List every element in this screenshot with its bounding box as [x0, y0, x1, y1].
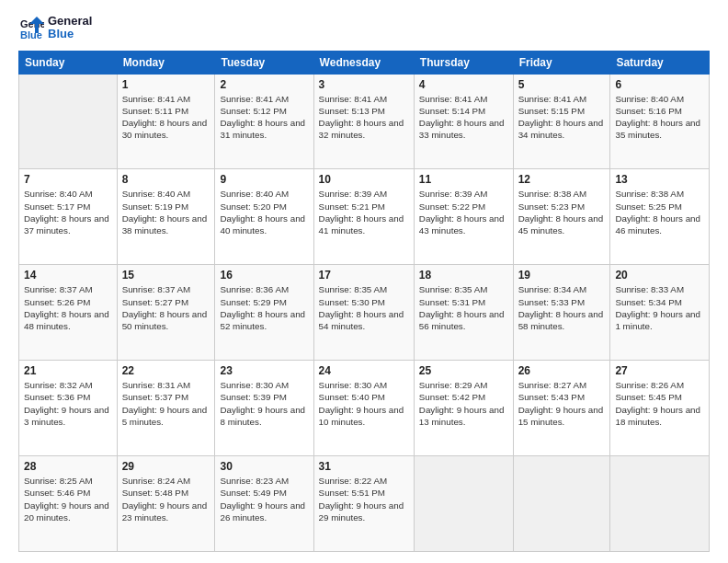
logo-icon: General Blue: [18, 15, 44, 40]
calendar-cell: 20Sunrise: 8:33 AM Sunset: 5:34 PM Dayli…: [610, 265, 710, 361]
day-detail: Sunrise: 8:39 AM Sunset: 5:22 PM Dayligh…: [419, 188, 508, 236]
day-header-friday: Friday: [513, 51, 610, 74]
calendar-header-row: SundayMondayTuesdayWednesdayThursdayFrid…: [19, 51, 710, 74]
day-detail: Sunrise: 8:38 AM Sunset: 5:25 PM Dayligh…: [615, 188, 704, 236]
day-detail: Sunrise: 8:41 AM Sunset: 5:11 PM Dayligh…: [122, 93, 210, 142]
calendar-cell: 10Sunrise: 8:39 AM Sunset: 5:21 PM Dayli…: [313, 169, 414, 265]
calendar-cell: 28Sunrise: 8:25 AM Sunset: 5:46 PM Dayli…: [19, 456, 118, 552]
calendar-cell: 15Sunrise: 8:37 AM Sunset: 5:27 PM Dayli…: [117, 265, 215, 361]
day-number: 11: [419, 173, 508, 186]
calendar-cell: 19Sunrise: 8:34 AM Sunset: 5:33 PM Dayli…: [513, 265, 610, 361]
day-number: 27: [615, 364, 704, 377]
day-number: 8: [122, 173, 210, 186]
day-header-saturday: Saturday: [610, 51, 710, 74]
calendar-cell: 6Sunrise: 8:40 AM Sunset: 5:16 PM Daylig…: [610, 74, 710, 169]
day-detail: Sunrise: 8:33 AM Sunset: 5:34 PM Dayligh…: [615, 283, 704, 332]
calendar-cell: 30Sunrise: 8:23 AM Sunset: 5:49 PM Dayli…: [215, 456, 313, 552]
calendar-cell: 9Sunrise: 8:40 AM Sunset: 5:20 PM Daylig…: [215, 169, 313, 265]
calendar-week-1: 1Sunrise: 8:41 AM Sunset: 5:11 PM Daylig…: [19, 74, 710, 169]
calendar-cell: 22Sunrise: 8:31 AM Sunset: 5:37 PM Dayli…: [117, 361, 215, 456]
calendar-cell: 11Sunrise: 8:39 AM Sunset: 5:22 PM Dayli…: [414, 169, 513, 265]
day-number: 1: [122, 78, 210, 91]
calendar-week-4: 21Sunrise: 8:32 AM Sunset: 5:36 PM Dayli…: [19, 361, 710, 456]
day-number: 6: [615, 78, 704, 91]
day-number: 23: [220, 364, 308, 377]
day-number: 16: [220, 269, 308, 282]
day-detail: Sunrise: 8:25 AM Sunset: 5:46 PM Dayligh…: [24, 475, 112, 523]
calendar-cell: 24Sunrise: 8:30 AM Sunset: 5:40 PM Dayli…: [313, 361, 414, 456]
page-header: General Blue General Blue: [18, 15, 710, 41]
day-header-thursday: Thursday: [414, 51, 513, 74]
day-detail: Sunrise: 8:40 AM Sunset: 5:20 PM Dayligh…: [220, 188, 308, 236]
logo-general: General: [48, 15, 92, 28]
calendar-cell: 12Sunrise: 8:38 AM Sunset: 5:23 PM Dayli…: [513, 169, 610, 265]
day-number: 24: [319, 364, 409, 377]
calendar-cell: [513, 456, 610, 552]
day-detail: Sunrise: 8:30 AM Sunset: 5:39 PM Dayligh…: [220, 379, 308, 428]
logo-blue: Blue: [48, 28, 92, 40]
calendar-week-3: 14Sunrise: 8:37 AM Sunset: 5:26 PM Dayli…: [19, 265, 710, 361]
calendar-cell: 29Sunrise: 8:24 AM Sunset: 5:48 PM Dayli…: [117, 456, 215, 552]
calendar-cell: 13Sunrise: 8:38 AM Sunset: 5:25 PM Dayli…: [610, 169, 710, 265]
day-number: 22: [122, 364, 210, 377]
day-number: 2: [220, 78, 308, 91]
day-number: 26: [518, 364, 606, 377]
calendar-cell: 23Sunrise: 8:30 AM Sunset: 5:39 PM Dayli…: [215, 361, 313, 456]
calendar-week-5: 28Sunrise: 8:25 AM Sunset: 5:46 PM Dayli…: [19, 456, 710, 552]
day-detail: Sunrise: 8:38 AM Sunset: 5:23 PM Dayligh…: [518, 188, 606, 236]
day-detail: Sunrise: 8:35 AM Sunset: 5:31 PM Dayligh…: [419, 283, 508, 332]
day-number: 12: [518, 173, 606, 186]
day-number: 28: [24, 460, 112, 473]
day-number: 13: [615, 173, 704, 186]
day-header-monday: Monday: [117, 51, 215, 74]
svg-text:Blue: Blue: [20, 29, 42, 40]
day-number: 21: [24, 364, 112, 377]
day-detail: Sunrise: 8:37 AM Sunset: 5:26 PM Dayligh…: [24, 283, 112, 332]
calendar-cell: 4Sunrise: 8:41 AM Sunset: 5:14 PM Daylig…: [414, 74, 513, 169]
day-number: 14: [24, 269, 112, 282]
day-header-tuesday: Tuesday: [215, 51, 313, 74]
calendar-cell: 2Sunrise: 8:41 AM Sunset: 5:12 PM Daylig…: [215, 74, 313, 169]
day-detail: Sunrise: 8:32 AM Sunset: 5:36 PM Dayligh…: [24, 379, 112, 428]
calendar-cell: [414, 456, 513, 552]
day-number: 30: [220, 460, 308, 473]
day-detail: Sunrise: 8:26 AM Sunset: 5:45 PM Dayligh…: [615, 379, 704, 428]
day-detail: Sunrise: 8:34 AM Sunset: 5:33 PM Dayligh…: [518, 283, 606, 332]
day-number: 9: [220, 173, 308, 186]
calendar-cell: 21Sunrise: 8:32 AM Sunset: 5:36 PM Dayli…: [19, 361, 118, 456]
day-number: 29: [122, 460, 210, 473]
day-number: 18: [419, 269, 508, 282]
day-number: 31: [319, 460, 409, 473]
calendar-cell: 17Sunrise: 8:35 AM Sunset: 5:30 PM Dayli…: [313, 265, 414, 361]
day-detail: Sunrise: 8:41 AM Sunset: 5:13 PM Dayligh…: [319, 93, 409, 142]
day-detail: Sunrise: 8:40 AM Sunset: 5:16 PM Dayligh…: [615, 93, 704, 142]
day-number: 7: [24, 173, 112, 186]
day-detail: Sunrise: 8:39 AM Sunset: 5:21 PM Dayligh…: [319, 188, 409, 236]
day-number: 4: [419, 78, 508, 91]
calendar-cell: 14Sunrise: 8:37 AM Sunset: 5:26 PM Dayli…: [19, 265, 118, 361]
day-detail: Sunrise: 8:36 AM Sunset: 5:29 PM Dayligh…: [220, 283, 308, 332]
calendar-table: SundayMondayTuesdayWednesdayThursdayFrid…: [18, 51, 710, 552]
day-detail: Sunrise: 8:40 AM Sunset: 5:19 PM Dayligh…: [122, 188, 210, 236]
calendar-cell: 8Sunrise: 8:40 AM Sunset: 5:19 PM Daylig…: [117, 169, 215, 265]
day-number: 5: [518, 78, 606, 91]
calendar-cell: 27Sunrise: 8:26 AM Sunset: 5:45 PM Dayli…: [610, 361, 710, 456]
calendar-cell: 26Sunrise: 8:27 AM Sunset: 5:43 PM Dayli…: [513, 361, 610, 456]
day-detail: Sunrise: 8:35 AM Sunset: 5:30 PM Dayligh…: [319, 283, 409, 332]
day-detail: Sunrise: 8:37 AM Sunset: 5:27 PM Dayligh…: [122, 283, 210, 332]
day-detail: Sunrise: 8:27 AM Sunset: 5:43 PM Dayligh…: [518, 379, 606, 428]
calendar-cell: 1Sunrise: 8:41 AM Sunset: 5:11 PM Daylig…: [117, 74, 215, 169]
calendar-cell: 3Sunrise: 8:41 AM Sunset: 5:13 PM Daylig…: [313, 74, 414, 169]
calendar-cell: 5Sunrise: 8:41 AM Sunset: 5:15 PM Daylig…: [513, 74, 610, 169]
day-header-sunday: Sunday: [19, 51, 118, 74]
day-number: 20: [615, 269, 704, 282]
calendar-cell: 31Sunrise: 8:22 AM Sunset: 5:51 PM Dayli…: [313, 456, 414, 552]
day-detail: Sunrise: 8:41 AM Sunset: 5:15 PM Dayligh…: [518, 93, 606, 142]
day-detail: Sunrise: 8:29 AM Sunset: 5:42 PM Dayligh…: [419, 379, 508, 428]
day-detail: Sunrise: 8:41 AM Sunset: 5:12 PM Dayligh…: [220, 93, 308, 142]
calendar-cell: 18Sunrise: 8:35 AM Sunset: 5:31 PM Dayli…: [414, 265, 513, 361]
day-detail: Sunrise: 8:41 AM Sunset: 5:14 PM Dayligh…: [419, 93, 508, 142]
calendar-cell: [610, 456, 710, 552]
calendar-cell: [19, 74, 118, 169]
calendar-cell: 25Sunrise: 8:29 AM Sunset: 5:42 PM Dayli…: [414, 361, 513, 456]
